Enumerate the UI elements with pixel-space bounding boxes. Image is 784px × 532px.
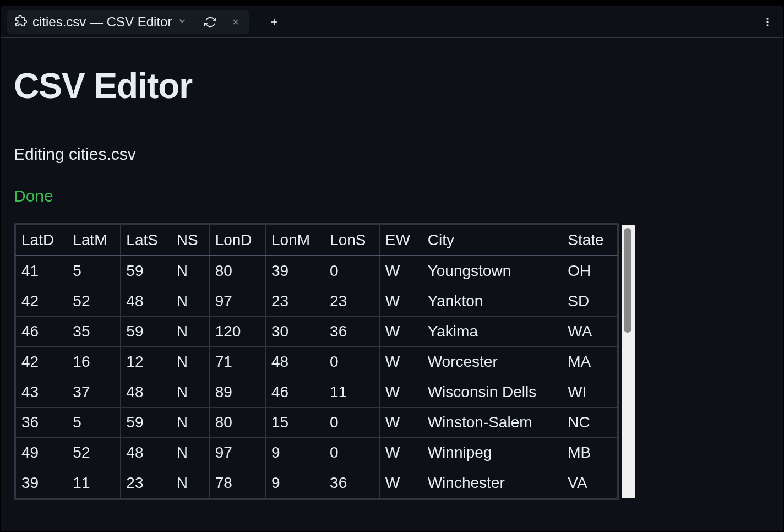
chevron-down-icon[interactable] — [177, 16, 187, 28]
table-cell[interactable]: 36 — [324, 317, 380, 347]
table-cell[interactable]: W — [379, 256, 422, 286]
table-cell[interactable]: Yankton — [422, 286, 562, 317]
table-cell[interactable]: 9 — [266, 438, 324, 468]
table-cell[interactable]: 43 — [16, 377, 67, 408]
table-cell[interactable]: 48 — [266, 347, 324, 377]
table-cell[interactable]: 0 — [324, 438, 380, 468]
table-cell[interactable]: 42 — [16, 286, 67, 317]
table-cell[interactable]: 39 — [266, 256, 324, 286]
table-cell[interactable]: VA — [562, 468, 618, 498]
table-cell[interactable]: 9 — [266, 468, 324, 498]
table-cell[interactable]: 42 — [16, 347, 67, 377]
table-cell[interactable]: 11 — [324, 377, 380, 408]
table-cell[interactable]: 23 — [266, 286, 324, 317]
table-cell[interactable]: 15 — [266, 408, 324, 438]
table-cell[interactable]: 39 — [16, 468, 67, 498]
table-cell[interactable]: 0 — [324, 256, 380, 286]
table-cell[interactable]: W — [379, 286, 422, 317]
table-cell[interactable]: W — [379, 317, 422, 347]
table-cell[interactable]: 97 — [209, 438, 265, 468]
table-cell[interactable]: W — [379, 438, 422, 468]
table-cell[interactable]: 0 — [324, 408, 380, 438]
table-cell[interactable]: 23 — [324, 286, 380, 317]
table-cell[interactable]: SD — [562, 286, 618, 317]
table-cell[interactable]: N — [171, 408, 209, 438]
table-cell[interactable]: N — [171, 256, 209, 286]
table-cell[interactable]: 59 — [121, 317, 171, 347]
table-cell[interactable]: 89 — [209, 377, 265, 408]
table-cell[interactable]: 59 — [121, 408, 171, 438]
table-cell[interactable]: 35 — [67, 317, 121, 347]
column-header[interactable]: LatS — [121, 225, 171, 256]
table-cell[interactable]: W — [379, 377, 422, 408]
table-cell[interactable]: 52 — [67, 438, 121, 468]
table-cell[interactable]: 46 — [16, 317, 67, 347]
table-cell[interactable]: Winston-Salem — [422, 408, 562, 438]
table-cell[interactable]: MA — [562, 347, 618, 377]
new-tab-button[interactable] — [265, 13, 284, 31]
table-cell[interactable]: 78 — [209, 468, 265, 498]
table-cell[interactable]: 37 — [67, 377, 121, 408]
table-cell[interactable]: 120 — [209, 317, 265, 347]
column-header[interactable]: EW — [379, 225, 422, 256]
table-cell[interactable]: 16 — [67, 347, 121, 377]
table-cell[interactable]: Winchester — [422, 468, 562, 498]
table-cell[interactable]: 49 — [16, 438, 67, 468]
table-cell[interactable]: 11 — [67, 468, 121, 498]
table-cell[interactable]: 52 — [67, 286, 121, 317]
column-header[interactable]: LonS — [324, 225, 380, 256]
column-header[interactable]: State — [562, 225, 618, 256]
table-cell[interactable]: OH — [562, 256, 618, 286]
column-header[interactable]: LatD — [16, 225, 67, 256]
table-cell[interactable]: W — [379, 347, 422, 377]
table-cell[interactable]: 36 — [16, 408, 67, 438]
scrollbar-thumb[interactable] — [624, 228, 631, 333]
table-cell[interactable]: Youngstown — [422, 256, 562, 286]
table-cell[interactable]: 0 — [324, 347, 380, 377]
table-cell[interactable]: N — [171, 468, 209, 498]
table-cell[interactable]: 71 — [209, 347, 265, 377]
table-cell[interactable]: 30 — [266, 317, 324, 347]
table-cell[interactable]: 46 — [266, 377, 324, 408]
done-link[interactable]: Done — [14, 187, 53, 205]
table-cell[interactable]: 80 — [209, 408, 265, 438]
table-cell[interactable]: N — [171, 438, 209, 468]
table-cell[interactable]: 59 — [121, 256, 171, 286]
table-cell[interactable]: W — [379, 408, 422, 438]
table-cell[interactable]: Winnipeg — [422, 438, 562, 468]
table-cell[interactable]: WA — [562, 317, 618, 347]
table-cell[interactable]: 12 — [121, 347, 171, 377]
column-header[interactable]: LonM — [266, 225, 324, 256]
table-row: 463559N1203036WYakimaWA — [16, 317, 618, 347]
column-header[interactable]: LatM — [67, 225, 121, 256]
table-cell[interactable]: 5 — [67, 408, 121, 438]
table-cell[interactable]: 23 — [121, 468, 171, 498]
table-cell[interactable]: Wisconsin Dells — [422, 377, 562, 408]
table-cell[interactable]: N — [171, 286, 209, 317]
active-tab[interactable]: cities.csv — CSV Editor — [7, 10, 249, 34]
table-cell[interactable]: 48 — [121, 438, 171, 468]
table-cell[interactable]: MB — [562, 438, 618, 468]
table-cell[interactable]: 48 — [121, 286, 171, 317]
vertical-scrollbar[interactable] — [622, 225, 635, 498]
table-cell[interactable]: 5 — [67, 256, 121, 286]
refresh-icon[interactable] — [201, 13, 220, 31]
table-cell[interactable]: W — [379, 468, 422, 498]
table-cell[interactable]: 80 — [209, 256, 265, 286]
table-cell[interactable]: 97 — [209, 286, 265, 317]
table-cell[interactable]: N — [171, 317, 209, 347]
table-cell[interactable]: Worcester — [422, 347, 562, 377]
table-cell[interactable]: 41 — [16, 256, 67, 286]
column-header[interactable]: LonD — [209, 225, 265, 256]
table-cell[interactable]: 36 — [324, 468, 380, 498]
table-cell[interactable]: N — [171, 377, 209, 408]
table-cell[interactable]: 48 — [121, 377, 171, 408]
column-header[interactable]: NS — [171, 225, 209, 256]
table-cell[interactable]: WI — [562, 377, 618, 408]
more-menu-icon[interactable] — [758, 13, 777, 31]
table-cell[interactable]: Yakima — [422, 317, 562, 347]
table-cell[interactable]: N — [171, 347, 209, 377]
column-header[interactable]: City — [422, 225, 562, 256]
close-tab-icon[interactable] — [226, 13, 245, 31]
table-cell[interactable]: NC — [562, 408, 618, 438]
